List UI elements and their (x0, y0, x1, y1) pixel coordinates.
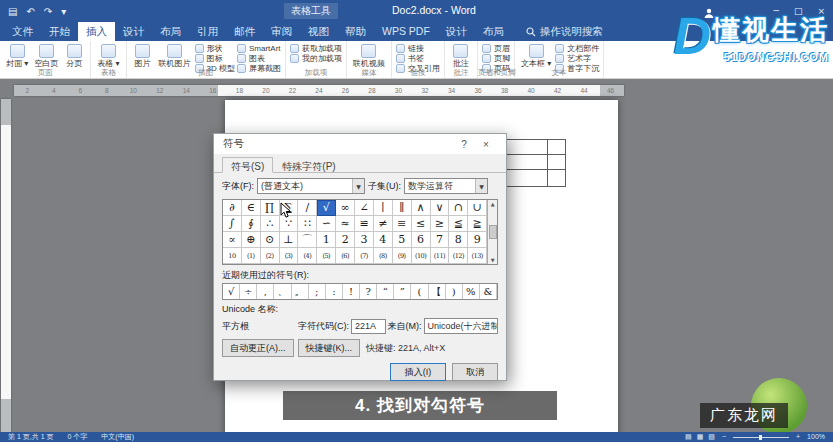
symbol-cell[interactable]: ≡ (393, 216, 412, 232)
ribbon-tab-布局[interactable]: 布局 (475, 22, 512, 41)
dialog-title-bar[interactable]: 符号 ? × (214, 134, 506, 154)
symbol-cell[interactable]: ∥ (393, 200, 412, 216)
symbol-cell[interactable]: ≈ (336, 216, 355, 232)
undo-icon[interactable]: ↶ (26, 6, 34, 17)
symbol-cell[interactable]: (13) (468, 248, 487, 264)
read-mode-icon[interactable]: ▤ (685, 432, 692, 442)
symbol-cell[interactable]: 7 (431, 232, 450, 248)
tab-symbols[interactable]: 符号(S) (222, 157, 273, 173)
symbol-cell[interactable]: 8 (449, 232, 468, 248)
chevron-down-icon[interactable]: ▼ (352, 179, 364, 193)
help-icon[interactable]: ? (453, 139, 475, 150)
recent-symbol-cell[interactable]: 【 (429, 284, 446, 299)
from-select[interactable]: Unicode(十六进制) ▼ (424, 318, 498, 334)
recent-symbol-cell[interactable]: ? (360, 284, 377, 299)
ribbon-button-分页[interactable]: 分页 (62, 43, 86, 68)
ribbon-tab-设计[interactable]: 设计 (438, 22, 475, 41)
cancel-button[interactable]: 取消 (452, 363, 498, 381)
symbol-cell[interactable]: ≦ (449, 216, 468, 232)
symbol-cell[interactable]: (11) (431, 248, 450, 264)
ribbon-button-书签[interactable]: 书签 (396, 54, 440, 63)
symbol-cell[interactable]: ∂ (223, 200, 242, 216)
recent-symbol-cell[interactable]: : (326, 284, 343, 299)
ribbon-button-SmartArt[interactable]: SmartArt (237, 44, 281, 53)
symbol-cell[interactable]: ∪ (468, 200, 487, 216)
ribbon-button-链接[interactable]: 链接 (396, 44, 440, 53)
recent-symbol-cell[interactable]: ( (411, 284, 428, 299)
symbol-cell[interactable]: ∝ (223, 232, 242, 248)
vertical-ruler[interactable] (1, 99, 11, 432)
symbol-cell[interactable]: (8) (374, 248, 393, 264)
symbol-cell[interactable]: ⊙ (261, 232, 280, 248)
symbol-cell[interactable]: ≧ (468, 216, 487, 232)
shortcut-key-button[interactable]: 快捷键(K)... (298, 339, 361, 357)
symbol-cell[interactable]: 4 (374, 232, 393, 248)
symbol-cell[interactable]: 10 (223, 248, 242, 264)
symbol-cell[interactable]: 5 (393, 232, 412, 248)
symbol-cell[interactable]: ∣ (374, 200, 393, 216)
symbol-cell[interactable]: (1) (242, 248, 261, 264)
symbol-cell[interactable]: ∠ (355, 200, 374, 216)
ribbon-button-获取加载项[interactable]: 获取加载项 (290, 44, 342, 53)
symbol-cell[interactable]: ≥ (431, 216, 450, 232)
symbol-cell[interactable]: (10) (412, 248, 431, 264)
symbol-cell[interactable]: (9) (393, 248, 412, 264)
ribbon-tab-插入[interactable]: 插入 (78, 22, 115, 41)
symbol-cell[interactable]: (2) (261, 248, 280, 264)
horizontal-ruler[interactable]: 2468101214161820222426283032343638404244… (14, 85, 624, 96)
ribbon-tab-审阅[interactable]: 审阅 (263, 22, 300, 41)
zoom-in-button[interactable]: + (796, 432, 800, 442)
symbol-cell[interactable]: 6 (412, 232, 431, 248)
ribbon-button-页眉[interactable]: 页眉 (482, 44, 510, 53)
ribbon-tab-布局[interactable]: 布局 (152, 22, 189, 41)
recent-symbol-cell[interactable]: % (463, 284, 480, 299)
recent-symbol-cell[interactable]: √ (223, 284, 240, 299)
symbol-cell[interactable]: (3) (280, 248, 299, 264)
insert-button[interactable]: 插入(I) (390, 363, 446, 381)
ribbon-tab-文件[interactable]: 文件 (4, 22, 41, 41)
symbol-cell[interactable]: (7) (355, 248, 374, 264)
customize-quick-access-icon[interactable]: ▾ (61, 6, 66, 17)
ribbon-button-联机视频[interactable]: 联机视频 (351, 43, 387, 68)
symbol-cell[interactable]: 9 (468, 232, 487, 248)
subset-select[interactable]: 数学运算符 ▼ (404, 178, 488, 194)
ribbon-tab-设计[interactable]: 设计 (115, 22, 152, 41)
symbol-cell[interactable]: 3 (355, 232, 374, 248)
symbol-cell[interactable]: ∨ (431, 200, 450, 216)
ribbon-button-文档部件[interactable]: 文档部件 (555, 44, 599, 53)
ribbon-button-封面[interactable]: 封面 ▾ (4, 43, 30, 68)
autocorrect-button[interactable]: 自动更正(A)... (222, 339, 294, 357)
save-icon[interactable]: ▤ (8, 6, 17, 17)
ribbon-button-艺术字[interactable]: 艺术字 (555, 54, 599, 63)
ribbon-button-形状[interactable]: 形状 (195, 44, 235, 53)
recent-symbol-cell[interactable]: ÷ (240, 284, 257, 299)
symbol-cell[interactable]: ⌒ (298, 232, 317, 248)
redo-icon[interactable]: ↷ (44, 6, 52, 17)
ribbon-button-页脚[interactable]: 页脚 (482, 54, 510, 63)
recent-symbol-cell[interactable]: ! (343, 284, 360, 299)
chevron-down-icon[interactable]: ▼ (475, 179, 487, 193)
ribbon-tab-开始[interactable]: 开始 (41, 22, 78, 41)
ribbon-button-文本框[interactable]: 文本框 ▾ (519, 43, 553, 68)
recent-symbol-cell[interactable]: ” (394, 284, 411, 299)
ribbon-button-图片[interactable]: 图片 (131, 43, 155, 68)
symbol-cell[interactable]: (12) (449, 248, 468, 264)
ribbon-tab-WPS PDF[interactable]: WPS PDF (374, 22, 438, 41)
print-layout-icon[interactable]: ▦ (697, 432, 704, 442)
symbol-cell[interactable]: ⊕ (242, 232, 261, 248)
symbol-cell[interactable]: ≤ (412, 216, 431, 232)
close-icon[interactable]: × (475, 139, 497, 150)
ribbon-button-批注[interactable]: 批注 (449, 43, 473, 68)
status-item[interactable]: 中文(中国) (101, 432, 134, 442)
symbol-cell[interactable]: ⊥ (280, 232, 299, 248)
status-item[interactable]: 0 个字 (68, 432, 88, 442)
symbol-cell[interactable]: ≠ (374, 216, 393, 232)
symbol-cell[interactable]: ∮ (242, 216, 261, 232)
ribbon-button-图表[interactable]: 图表 (237, 54, 281, 63)
tab-special-characters[interactable]: 特殊字符(P) (273, 157, 344, 172)
symbol-cell[interactable]: ∫ (223, 216, 242, 232)
zoom-level[interactable]: 100% (807, 432, 825, 442)
ribbon-button-我的加载项[interactable]: 我的加载项 (290, 54, 342, 63)
symbol-cell[interactable]: ∈ (242, 200, 261, 216)
ribbon-button-联机图片[interactable]: 联机图片 (157, 43, 193, 68)
